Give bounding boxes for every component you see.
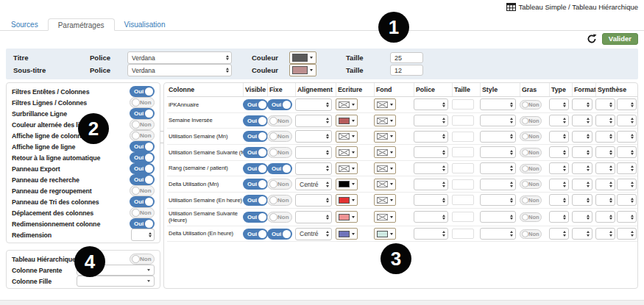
fixed-toggle[interactable]: Non <box>267 147 292 158</box>
synthesis-select-2[interactable] <box>617 146 637 158</box>
alignment-select[interactable] <box>295 115 332 127</box>
type-select[interactable] <box>549 162 569 174</box>
validate-button[interactable]: Valider <box>602 33 638 46</box>
fixed-toggle[interactable]: Oui <box>267 229 292 240</box>
refresh-icon[interactable] <box>587 34 597 44</box>
font-color-picker[interactable] <box>336 98 358 110</box>
background-color-picker[interactable] <box>374 228 396 240</box>
bold-toggle[interactable]: Non <box>520 100 542 110</box>
bold-toggle[interactable]: Non <box>520 116 542 126</box>
option-toggle[interactable]: Oui <box>130 196 155 207</box>
style-select[interactable] <box>480 211 516 223</box>
synthesis-select-1[interactable] <box>595 98 615 110</box>
visible-toggle[interactable]: Oui <box>243 99 268 110</box>
fixed-toggle[interactable]: Non <box>267 195 292 206</box>
type-select[interactable] <box>549 115 569 126</box>
style-select[interactable] <box>480 179 516 190</box>
background-color-picker[interactable] <box>374 131 396 143</box>
visible-toggle[interactable]: Oui <box>243 179 268 190</box>
visible-toggle[interactable]: Oui <box>243 212 268 223</box>
synthesis-select-1[interactable] <box>595 179 615 190</box>
size-input[interactable] <box>452 229 474 239</box>
synthesis-select-1[interactable] <box>595 228 615 240</box>
size-input[interactable] <box>452 147 474 157</box>
font-select[interactable] <box>414 228 448 240</box>
font-select[interactable] <box>414 115 448 126</box>
alignment-select[interactable] <box>295 146 332 159</box>
bold-toggle[interactable]: Non <box>520 132 542 141</box>
visible-toggle[interactable]: Oui <box>243 229 268 240</box>
option-toggle[interactable]: Oui <box>130 108 155 119</box>
format-select[interactable] <box>572 131 592 143</box>
style-select[interactable] <box>480 98 516 110</box>
visible-toggle[interactable]: Oui <box>243 115 268 126</box>
alignment-select[interactable] <box>295 211 332 223</box>
option-toggle[interactable]: Non <box>130 97 155 108</box>
visible-toggle[interactable]: Oui <box>243 147 268 158</box>
synthesis-select-2[interactable] <box>617 179 637 190</box>
hierarchy-toggle[interactable]: Non <box>130 254 155 265</box>
option-toggle[interactable]: Oui <box>130 174 155 185</box>
font-select[interactable] <box>414 131 448 143</box>
size-input[interactable] <box>452 132 474 142</box>
fixed-toggle[interactable]: Non <box>267 115 292 126</box>
type-select[interactable] <box>549 211 569 223</box>
option-toggle[interactable]: Oui <box>130 86 155 97</box>
visible-toggle[interactable]: Oui <box>243 195 268 206</box>
synthesis-select-2[interactable] <box>617 194 637 206</box>
style-select[interactable] <box>480 146 516 158</box>
subtitle-color-picker[interactable] <box>289 64 316 76</box>
bold-toggle[interactable]: Non <box>520 148 542 157</box>
title-font-select[interactable]: Verdana <box>127 51 232 64</box>
background-color-picker[interactable] <box>374 146 396 158</box>
tab-visualisation[interactable]: Visualisation <box>115 18 175 31</box>
format-select[interactable] <box>572 211 592 223</box>
synthesis-select-1[interactable] <box>595 146 615 158</box>
style-select[interactable] <box>480 162 516 174</box>
format-select[interactable] <box>572 146 592 158</box>
bold-toggle[interactable]: Non <box>520 195 542 205</box>
font-select[interactable] <box>414 194 448 206</box>
background-color-picker[interactable] <box>374 98 396 110</box>
font-color-picker[interactable] <box>336 179 358 190</box>
font-select[interactable] <box>414 98 448 110</box>
visible-toggle[interactable]: Oui <box>243 131 268 142</box>
font-color-picker[interactable] <box>336 115 358 126</box>
background-color-picker[interactable] <box>374 194 396 206</box>
alignment-select[interactable]: Centré <box>295 178 332 190</box>
alignment-select[interactable] <box>295 98 332 111</box>
font-select[interactable] <box>414 162 448 174</box>
font-color-picker[interactable] <box>336 146 358 158</box>
synthesis-select-2[interactable] <box>617 162 637 174</box>
font-color-picker[interactable] <box>336 211 358 223</box>
type-select[interactable] <box>549 146 569 158</box>
background-color-picker[interactable] <box>374 115 396 126</box>
synthesis-select-2[interactable] <box>617 228 637 240</box>
size-input[interactable] <box>452 115 474 126</box>
synthesis-select-1[interactable] <box>595 131 615 143</box>
subtitle-size-input[interactable] <box>390 65 423 76</box>
bold-toggle[interactable]: Non <box>520 179 542 189</box>
font-color-picker[interactable] <box>336 131 358 143</box>
font-color-picker[interactable] <box>336 162 358 174</box>
title-color-picker[interactable] <box>289 51 316 64</box>
synthesis-select-1[interactable] <box>595 194 615 206</box>
visible-toggle[interactable]: Oui <box>243 163 268 174</box>
format-select[interactable] <box>572 98 592 110</box>
size-input[interactable] <box>452 212 474 222</box>
bold-toggle[interactable]: Non <box>520 164 542 173</box>
option-toggle[interactable]: Non <box>130 130 155 141</box>
font-color-picker[interactable] <box>336 228 358 240</box>
title-size-input[interactable] <box>390 52 423 63</box>
fixed-toggle[interactable]: Non <box>267 131 292 142</box>
option-toggle[interactable]: Oui <box>130 152 155 163</box>
style-select[interactable] <box>480 228 516 240</box>
fixed-toggle[interactable]: Non <box>267 179 292 190</box>
type-select[interactable] <box>549 179 569 190</box>
size-input[interactable] <box>452 179 474 190</box>
font-color-picker[interactable] <box>336 194 358 206</box>
colonne-fille-select[interactable] <box>77 276 155 287</box>
synthesis-select-2[interactable] <box>617 115 637 126</box>
size-input[interactable] <box>452 195 474 205</box>
option-toggle[interactable]: Oui <box>130 141 155 152</box>
